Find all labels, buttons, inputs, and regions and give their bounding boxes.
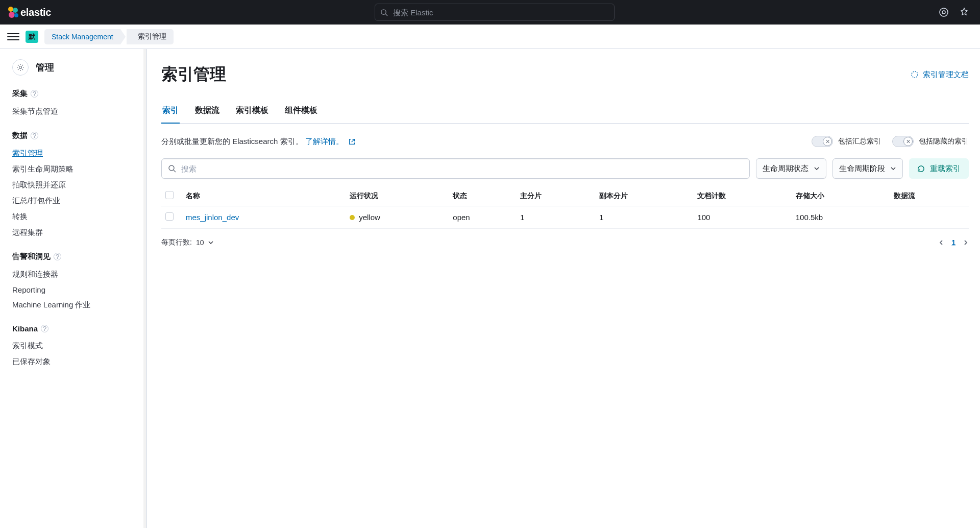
elastic-logo-text: elastic	[20, 7, 51, 18]
sidebar-title-row: 管理	[12, 59, 134, 76]
row-checkbox[interactable]	[165, 212, 174, 221]
lifecycle-phase-dropdown[interactable]: 生命周期阶段	[832, 158, 903, 179]
help-icon[interactable]: ?	[41, 325, 48, 332]
page-number[interactable]: 1	[951, 238, 955, 247]
cell-docs: 100	[693, 206, 791, 229]
newsfeed-icon[interactable]	[959, 7, 970, 18]
page-title: 索引管理	[161, 63, 226, 86]
description-prefix: 分别或批量更新您的 Elasticsearch 索引。	[161, 137, 303, 146]
toggle-rollup-label: 包括汇总索引	[838, 137, 881, 146]
top-header: elastic	[0, 0, 980, 25]
layout: 管理 采集 ? 采集节点管道 数据 ? 索引管理 索引生命周期策略 拍取快照并还…	[0, 49, 980, 528]
reload-button[interactable]: 重载索引	[909, 158, 969, 179]
col-replica[interactable]: 副本分片	[595, 186, 693, 206]
svg-point-0	[8, 7, 13, 12]
docs-icon	[911, 70, 919, 79]
sidebar-item-index-patterns[interactable]: 索引模式	[12, 338, 134, 354]
col-docs[interactable]: 文档计数	[693, 186, 791, 206]
external-link-icon	[349, 137, 355, 146]
sidebar-section-head: 采集 ?	[12, 89, 134, 99]
docs-link[interactable]: 索引管理文档	[911, 70, 969, 80]
index-name-link[interactable]: mes_jinlon_dev	[186, 213, 239, 222]
col-size[interactable]: 存储大小	[792, 186, 890, 206]
sidebar-item-remote[interactable]: 远程集群	[12, 225, 134, 241]
cell-size: 100.5kb	[792, 206, 890, 229]
sidebar-item-index-management[interactable]: 索引管理	[12, 146, 134, 161]
col-stream[interactable]: 数据流	[890, 186, 969, 206]
svg-point-8	[19, 66, 22, 69]
toggle-rollup[interactable]: ✕	[812, 136, 833, 147]
col-name[interactable]: 名称	[182, 186, 346, 206]
tab-index-templates[interactable]: 索引模板	[235, 100, 270, 123]
help-icon[interactable]: ?	[31, 132, 38, 139]
elastic-logo-icon	[6, 6, 19, 19]
table-header-row: 名称 运行状况 状态 主分片 副本分片 文档计数 存储大小 数据流	[161, 186, 969, 206]
col-status[interactable]: 状态	[449, 186, 516, 206]
tab-component-templates[interactable]: 组件模板	[284, 100, 318, 123]
global-search-input[interactable]	[393, 8, 609, 17]
svg-point-4	[381, 9, 386, 14]
nav-toggle-button[interactable]	[7, 31, 19, 43]
sidebar-section-head: 数据 ?	[12, 131, 134, 140]
svg-line-11	[174, 170, 176, 172]
col-primary[interactable]: 主分片	[516, 186, 595, 206]
table-search-input[interactable]	[181, 164, 743, 173]
table-search[interactable]	[161, 158, 750, 179]
sidebar-item-snapshot[interactable]: 拍取快照并还原	[12, 177, 134, 193]
next-page-button[interactable]	[963, 239, 969, 246]
svg-point-7	[942, 11, 945, 14]
sidebar-item-saved-objects[interactable]: 已保存对象	[12, 354, 134, 370]
gear-icon	[12, 59, 29, 76]
svg-point-2	[9, 12, 15, 18]
description-row: 分别或批量更新您的 Elasticsearch 索引。 了解详情。 ✕ 包括汇总…	[161, 136, 969, 147]
help-icon[interactable]: ?	[31, 90, 38, 98]
sidebar-section-label: 采集	[12, 89, 28, 99]
health-text: yellow	[359, 213, 380, 222]
tab-indices[interactable]: 索引	[161, 100, 180, 123]
docs-link-label: 索引管理文档	[923, 70, 969, 80]
sidebar-section-head: 告警和洞见 ?	[12, 252, 134, 261]
learn-more-link[interactable]: 了解详情。	[305, 137, 344, 146]
svg-point-9	[912, 71, 918, 78]
sidebar-item-ml[interactable]: Machine Learning 作业	[12, 297, 134, 313]
sidebar: 管理 采集 ? 采集节点管道 数据 ? 索引管理 索引生命周期策略 拍取快照并还…	[0, 49, 147, 528]
cell-status: open	[449, 206, 516, 229]
select-all-checkbox[interactable]	[165, 191, 174, 199]
controls-row: 生命周期状态 生命周期阶段 重载索引	[161, 158, 969, 179]
cell-replica: 1	[595, 206, 693, 229]
lifecycle-status-label: 生命周期状态	[763, 164, 808, 174]
sidebar-item-ilm[interactable]: 索引生命周期策略	[12, 161, 134, 177]
help-icon[interactable]: ?	[54, 253, 61, 260]
sidebar-item-transform[interactable]: 转换	[12, 209, 134, 225]
svg-point-10	[169, 165, 174, 171]
elastic-logo[interactable]: elastic	[6, 6, 51, 19]
breadcrumb-link[interactable]: Stack Management	[44, 29, 120, 44]
svg-point-1	[13, 8, 18, 13]
sidebar-item-pipelines[interactable]: 采集节点管道	[12, 104, 134, 119]
sidebar-section-label: 告警和洞见	[12, 252, 51, 261]
search-icon	[380, 9, 388, 16]
tab-data-streams[interactable]: 数据流	[194, 100, 220, 123]
toggle-rollup-group: ✕ 包括汇总索引	[812, 136, 881, 147]
breadcrumb-current: 索引管理	[127, 29, 174, 44]
pagination: 1	[938, 238, 969, 247]
chevron-down-icon	[814, 165, 820, 172]
description-text: 分别或批量更新您的 Elasticsearch 索引。 了解详情。	[161, 137, 355, 147]
col-health[interactable]: 运行状况	[346, 186, 449, 206]
rows-per-page-label: 每页行数:	[161, 238, 192, 247]
chevron-down-icon	[890, 165, 896, 172]
breadcrumb: Stack Management 索引管理	[44, 29, 174, 44]
space-badge[interactable]: 默	[26, 31, 38, 43]
lifecycle-status-dropdown[interactable]: 生命周期状态	[756, 158, 826, 179]
global-search[interactable]	[375, 4, 615, 21]
help-icon[interactable]	[938, 7, 949, 18]
lifecycle-phase-label: 生命周期阶段	[839, 164, 885, 174]
prev-page-button[interactable]	[938, 239, 944, 246]
toggle-hidden[interactable]: ✕	[892, 136, 914, 147]
sidebar-item-rollup[interactable]: 汇总/打包作业	[12, 193, 134, 209]
sub-header: 默 Stack Management 索引管理	[0, 25, 980, 49]
rows-per-page-selector[interactable]: 每页行数: 10	[161, 238, 214, 247]
sidebar-item-rules[interactable]: 规则和连接器	[12, 267, 134, 282]
sidebar-item-reporting[interactable]: Reporting	[12, 282, 134, 297]
search-icon	[168, 164, 176, 173]
